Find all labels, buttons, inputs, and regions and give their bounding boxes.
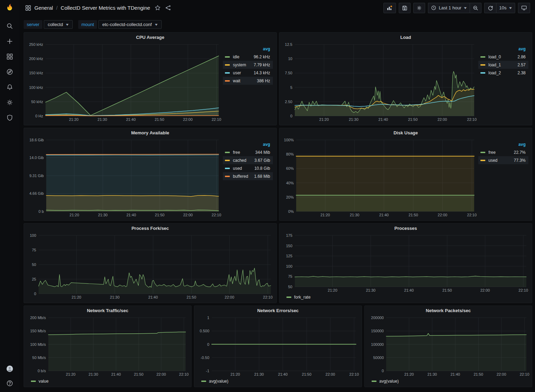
svg-text:22:10: 22:10 xyxy=(349,372,359,376)
svg-text:0: 0 xyxy=(290,114,292,118)
network-errors-chart[interactable]: 21:2021:3021:4021:5022:0022:10-1-0.5000.… xyxy=(196,315,359,378)
search-icon[interactable] xyxy=(6,22,14,30)
panel-title[interactable]: Disk Usage xyxy=(279,128,532,137)
series-avg-value: 344 Mib xyxy=(255,150,270,155)
series-swatch xyxy=(480,160,485,161)
legend-item-avg(value)[interactable]: avg(value) xyxy=(372,379,399,384)
gear-icon[interactable] xyxy=(6,99,14,106)
breadcrumb-folder[interactable]: General xyxy=(34,5,53,11)
legend-item-free[interactable]: free344 Mib xyxy=(223,148,273,156)
svg-text:21:30: 21:30 xyxy=(349,117,358,122)
legend-item-avg(value)[interactable]: avg(value) xyxy=(201,379,228,384)
series-swatch xyxy=(225,152,230,153)
legend-item-used[interactable]: used10.8 Gib xyxy=(223,164,273,172)
top-navbar: General / CollectD Server Metrics with T… xyxy=(19,0,535,16)
legend-item-cached[interactable]: cached3.67 Gib xyxy=(223,156,273,164)
legend-item-value[interactable]: value xyxy=(31,379,49,384)
svg-text:0%: 0% xyxy=(288,209,294,214)
plus-icon[interactable] xyxy=(6,37,14,45)
legend-item-buffered[interactable]: buffered1.68 Mib xyxy=(223,172,273,180)
series-swatch xyxy=(201,381,206,382)
clock-icon xyxy=(431,5,436,10)
series-avg-value: 386 Hz xyxy=(257,78,270,83)
process-fork-chart[interactable]: 21:2021:3021:4021:5022:0022:100255075100 xyxy=(26,233,274,301)
panel-disk-usage: Disk Usage 21:2021:3021:4021:5022:0022:1… xyxy=(279,128,532,221)
svg-text:21:20: 21:20 xyxy=(328,288,338,292)
dashboard-settings-button[interactable] xyxy=(413,3,425,13)
star-icon[interactable] xyxy=(155,5,161,11)
svg-text:21:50: 21:50 xyxy=(408,117,418,122)
grafana-logo[interactable] xyxy=(0,0,19,16)
svg-text:150 Mb/s: 150 Mb/s xyxy=(30,329,46,333)
shield-icon[interactable] xyxy=(6,114,14,122)
series-avg-value: 2.86 xyxy=(518,55,526,59)
svg-text:21:30: 21:30 xyxy=(98,117,107,122)
svg-text:12.5: 12.5 xyxy=(285,42,292,47)
series-avg-value: 3.67 Gib xyxy=(254,158,270,163)
panel-title[interactable]: Network Errors/sec xyxy=(194,306,362,315)
disk-usage-chart[interactable]: 21:2021:3021:4021:5022:0022:100%20%40%60… xyxy=(282,137,478,218)
refresh-button[interactable] xyxy=(484,3,496,13)
legend-item-free[interactable]: free22.7% xyxy=(478,148,528,156)
add-panel-button[interactable] xyxy=(383,3,396,13)
svg-text:22:00: 22:00 xyxy=(325,372,335,376)
svg-text:175: 175 xyxy=(286,233,292,237)
cycle-view-button[interactable] xyxy=(518,3,530,13)
save-dashboard-button[interactable] xyxy=(399,3,411,13)
variable-value-picker[interactable]: collectd ▼ xyxy=(44,20,73,29)
series-swatch xyxy=(480,64,485,66)
panel-title[interactable]: Load xyxy=(279,33,532,42)
svg-text:0 Hz: 0 Hz xyxy=(35,114,43,118)
sidebar-bottom xyxy=(6,365,14,387)
panel-title[interactable]: Network Traffic/sec xyxy=(24,306,191,315)
legend-item-wait[interactable]: wait386 Hz xyxy=(223,77,273,85)
legend-item-used[interactable]: used77.3% xyxy=(478,156,528,164)
series-swatch xyxy=(31,381,36,382)
panel-title[interactable]: Processes xyxy=(279,224,532,233)
panel-title[interactable]: CPU Average xyxy=(24,33,276,42)
legend-item-system[interactable]: system7.79 kHz xyxy=(223,61,273,69)
dashboard-title[interactable]: CollectD Server Metrics with TDengine xyxy=(61,5,150,11)
avatar-icon[interactable] xyxy=(6,365,14,373)
svg-text:22:10: 22:10 xyxy=(520,372,529,376)
series-avg-value: 96.2 kHz xyxy=(254,55,270,59)
panel-title[interactable]: Network Packets/sec xyxy=(365,306,532,315)
sync-icon xyxy=(488,5,493,11)
memory-available-chart[interactable]: 21:2021:3021:4021:5022:0022:100 b4.66 Gi… xyxy=(26,137,222,218)
svg-text:21:50: 21:50 xyxy=(442,288,452,292)
svg-text:22:00: 22:00 xyxy=(438,213,447,217)
legend-item-load_0[interactable]: load_02.86 xyxy=(478,53,528,61)
series-name: load_2 xyxy=(488,70,518,75)
panel-title[interactable]: Memory Available xyxy=(24,128,276,137)
share-icon[interactable] xyxy=(165,5,171,11)
panel-title[interactable]: Process Fork/sec xyxy=(24,224,276,233)
cpu-average-chart[interactable]: 21:2021:3021:4021:5022:0022:100 Hz50 kHz… xyxy=(26,42,222,123)
network-traffic-chart[interactable]: 21:2021:3021:4021:5022:0022:100 b/s50 Mb… xyxy=(26,315,189,378)
series-swatch xyxy=(372,381,376,382)
help-icon[interactable] xyxy=(6,380,14,387)
svg-text:21:40: 21:40 xyxy=(278,372,288,376)
load-chart[interactable]: 21:2021:3021:4021:5022:0022:1002.5057.50… xyxy=(282,42,478,123)
svg-text:0 b/s: 0 b/s xyxy=(38,369,46,373)
svg-text:21:30: 21:30 xyxy=(89,372,98,376)
legend-item-load_1[interactable]: load_12.57 xyxy=(478,61,528,69)
legend-item-load_2[interactable]: load_22.38 xyxy=(478,69,528,77)
network-packets-chart[interactable]: 21:2021:3021:4021:5022:0022:100500001000… xyxy=(367,315,530,378)
legend-item-user[interactable]: user14.3 kHz xyxy=(223,69,273,77)
series-name: fork_rate xyxy=(294,295,310,300)
dashboards-icon[interactable] xyxy=(6,53,14,60)
time-range-button[interactable]: Last 1 hour ▼ xyxy=(428,3,470,13)
variable-value-picker[interactable]: etc-collectd-collectd.conf ▼ xyxy=(98,20,161,29)
svg-text:250 kHz: 250 kHz xyxy=(29,42,43,47)
processes-chart[interactable]: 21:2021:3021:4021:5022:0022:105075100125… xyxy=(282,233,530,294)
refresh-interval-button[interactable]: 10s ▼ xyxy=(496,3,515,13)
svg-text:100 Mb/s: 100 Mb/s xyxy=(30,342,46,347)
panel-load: Load 21:2021:3021:4021:5022:0022:1002.50… xyxy=(279,32,532,125)
legend-item-fork_rate[interactable]: fork_rate xyxy=(286,295,310,300)
zoom-out-button[interactable] xyxy=(470,3,481,13)
svg-text:21:30: 21:30 xyxy=(98,213,108,217)
bell-icon[interactable] xyxy=(6,83,14,91)
legend-item-idle[interactable]: idle96.2 kHz xyxy=(223,53,273,61)
series-name: used xyxy=(488,158,514,163)
compass-icon[interactable] xyxy=(6,68,14,76)
